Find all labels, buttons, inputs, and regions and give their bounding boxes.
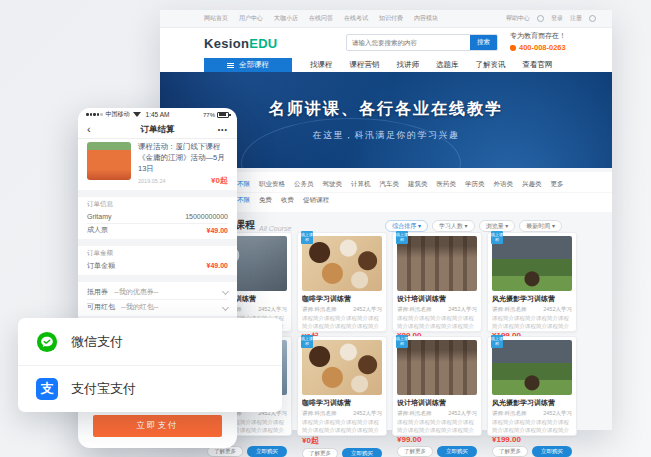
course-description: 课程简介课程简介课程简介课程简介课程简介课程简介课程简介 [492, 315, 572, 330]
filter-option[interactable]: 职业资格 [259, 180, 285, 189]
buy-now-button[interactable]: 立即购买 [532, 446, 572, 457]
more-options-icon[interactable]: ••• [218, 126, 228, 133]
wechat-pay-option[interactable]: 微信支付 [18, 318, 282, 365]
course-meta: 讲师:科汛名师 2452人学习 [492, 410, 572, 417]
top-menu-item[interactable]: 内容模块 [414, 14, 438, 23]
buyer-phone: 15000000000 [185, 213, 228, 220]
filter-option[interactable]: 驾驶类 [323, 180, 343, 189]
red-packet-row[interactable]: 可用红包 --我的红包-- [87, 299, 228, 314]
course-card[interactable]: 线上课程 设计培训训练营 讲师:科汛名师 2452人学习 课程简介课程简介课程简… [392, 232, 482, 332]
course-price: ¥199.00 [492, 435, 572, 444]
buy-now-button[interactable]: 立即购买 [437, 446, 477, 457]
course-title: 设计培训训练营 [397, 294, 477, 304]
order-amount-value: ¥49.00 [207, 262, 228, 269]
course-meta: 讲师:科汛名师 2452人学习 [302, 306, 382, 313]
buy-now-button[interactable]: 立即购买 [342, 448, 382, 457]
course-meta: 讲师:科汛名师 2452人学习 [302, 410, 382, 417]
search-bar: 搜索 [346, 34, 498, 51]
product-title: 课程活动：厦门线下课程《金庸的江湖》活动—5月13日 [138, 142, 228, 175]
filter-option[interactable]: 兴趣类 [522, 180, 542, 189]
search-button[interactable]: 搜索 [470, 35, 497, 50]
top-menu-item[interactable]: 在线问答 [309, 14, 333, 23]
course-price: ¥99.00 [397, 435, 477, 444]
red-packet-label: 可用红包 [87, 302, 115, 312]
main-nav: 全部课程 找课程 课程营销 找讲师 选题库 了解资讯 查看官网 [160, 58, 612, 72]
ticket-type: 成人票 [87, 225, 108, 235]
course-student-count: 2452人学习 [543, 410, 572, 417]
course-student-count: 2452人学习 [258, 306, 287, 313]
filter-option[interactable]: 外语类 [494, 180, 514, 189]
course-student-count: 2452人学习 [353, 410, 382, 417]
top-menu-item[interactable]: 知识付费 [379, 14, 403, 23]
globe-icon[interactable] [537, 15, 544, 22]
register-link[interactable]: 注册 [570, 14, 582, 23]
chevron-down-icon [222, 288, 229, 295]
filter-option[interactable]: 医药类 [437, 180, 457, 189]
page-title: 订单结算 [78, 124, 237, 136]
course-teacher: 讲师:科汛名师 [302, 306, 337, 313]
nav-link-teachers[interactable]: 找讲师 [397, 60, 420, 70]
alipay-option[interactable]: 支 支付宝支付 [18, 365, 282, 412]
nav-link-marketing[interactable]: 课程营销 [350, 60, 380, 70]
filter-option[interactable]: 汽车类 [380, 180, 400, 189]
order-amount-label: 订单金额 [87, 249, 113, 258]
filter-option[interactable]: 建筑类 [408, 180, 428, 189]
search-input[interactable] [347, 35, 470, 50]
user-icon[interactable] [589, 15, 596, 22]
course-badge: 线上课程 [301, 335, 313, 348]
order-product: 课程活动：厦门线下课程《金庸的江湖》活动—5月13日 2019.05.24 ¥0… [87, 142, 228, 186]
coupon-row[interactable]: 抵用券 --我的优惠券-- [87, 284, 228, 299]
filter-all-option[interactable]: 不限 [237, 180, 250, 189]
learn-more-button[interactable]: 了解更多 [492, 446, 528, 457]
sort-button-newest[interactable]: 最新时间 ▾ [519, 220, 562, 232]
course-card[interactable]: 线上课程 咖啡学习训练营 讲师:科汛名师 2452人学习 课程简介课程简介课程简… [297, 336, 387, 436]
buy-now-button[interactable]: 立即购买 [247, 446, 287, 457]
filter-all-option[interactable]: 不限 [237, 196, 250, 205]
pay-now-button[interactable]: 立即支付 [93, 415, 222, 437]
course-teacher: 讲师:科汛名师 [492, 306, 527, 313]
course-description: 课程简介课程简介课程简介课程简介课程简介课程简介课程简介 [397, 315, 477, 330]
login-link[interactable]: 登录 [551, 14, 563, 23]
course-title: 咖啡学习训练营 [302, 398, 382, 408]
nav-link-news[interactable]: 了解资讯 [476, 60, 506, 70]
course-card[interactable]: 线上课程 设计培训训练营 讲师:科汛名师 2452人学习 课程简介课程简介课程简… [392, 336, 482, 436]
course-card[interactable]: 线上课程 风光摄影学习训练营 讲师:科汛名师 2452人学习 课程简介课程简介课… [487, 336, 577, 436]
course-badge: 线上课程 [301, 231, 313, 244]
filter-option[interactable]: 计算机 [351, 180, 371, 189]
nav-link-question-bank[interactable]: 选题库 [436, 60, 459, 70]
course-title: 风光摄影学习训练营 [492, 294, 572, 304]
product-price: ¥0起 [211, 175, 228, 186]
help-center-link[interactable]: 帮助中心 [506, 14, 530, 23]
sort-button-students[interactable]: 学习人数 ▾ [432, 220, 475, 232]
order-amount-row-label: 订单金额 [87, 261, 115, 271]
top-menu-item[interactable]: 用户中心 [239, 14, 263, 23]
sort-buttons: 综合排序 ▾ 学习人数 ▾ 浏览量 ▾ 最新时间 ▾ [385, 220, 562, 232]
filter-option[interactable]: 更多 [551, 180, 564, 189]
coupon-label: 抵用券 [87, 287, 108, 297]
top-menu-item[interactable]: 网站首页 [204, 14, 228, 23]
wechat-pay-label: 微信支付 [71, 333, 123, 351]
learn-more-button[interactable]: 了解更多 [302, 448, 338, 457]
site-logo[interactable]: KesionEDU [204, 36, 278, 51]
learn-more-button[interactable]: 了解更多 [397, 446, 433, 457]
all-courses-button[interactable]: 全部课程 [204, 58, 292, 72]
filter-option[interactable]: 促销课程 [303, 196, 329, 205]
filter-option[interactable]: 学历类 [465, 180, 485, 189]
course-actions: 了解更多 立即购买 [397, 446, 477, 457]
status-bar: 中国移动 1:45 AM 77% [78, 108, 237, 121]
course-description: 课程简介课程简介课程简介课程简介课程简介课程简介课程简介 [397, 419, 477, 434]
filter-option[interactable]: 收费 [281, 196, 294, 205]
order-info-row: Gritamy 15000000000 [87, 210, 228, 223]
course-card[interactable]: 线上课程 风光摄影学习训练营 讲师:科汛名师 2452人学习 课程简介课程简介课… [487, 232, 577, 332]
course-image [397, 340, 477, 395]
course-card[interactable]: 线上课程 咖啡学习训练营 讲师:科汛名师 2452人学习 课程简介课程简介课程简… [297, 232, 387, 332]
ticket-price: ¥49.00 [207, 227, 228, 234]
battery-icon [217, 112, 229, 118]
nav-link-find-course[interactable]: 找课程 [310, 60, 333, 70]
nav-link-official-site[interactable]: 查看官网 [523, 60, 553, 70]
coupon-value: --我的优惠券-- [114, 287, 158, 297]
filter-option[interactable]: 免费 [259, 196, 272, 205]
filter-option[interactable]: 公务员 [294, 180, 314, 189]
top-menu-item[interactable]: 大咖小店 [274, 14, 298, 23]
top-menu-item[interactable]: 在线考试 [344, 14, 368, 23]
